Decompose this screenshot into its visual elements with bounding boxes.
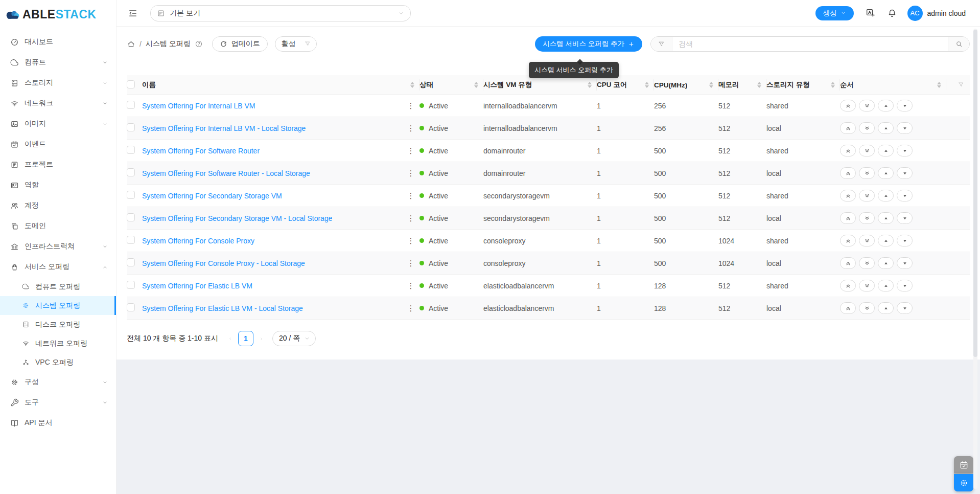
offering-link[interactable]: System Offering For Software Router - Lo… [142,169,310,177]
move-bottom-button[interactable] [859,167,875,179]
row-checkbox[interactable] [127,303,135,311]
sidebar-item-service-offerings[interactable]: 서비스 오퍼링 [0,257,116,277]
sidebar-item-events[interactable]: 이벤트 [0,134,116,154]
next-page-icon[interactable] [258,335,265,343]
row-checkbox[interactable] [127,236,135,244]
translate-button[interactable] [865,8,876,18]
sidebar-item-roles[interactable]: 역할 [0,175,116,195]
row-actions-button[interactable]: ⋮ [405,124,416,133]
user-name[interactable]: admin cloud [927,9,966,17]
sidebar-item-api-doc[interactable]: API 문서 [0,413,116,433]
move-up-button[interactable] [878,235,894,246]
move-up-button[interactable] [878,122,894,134]
scrollbar-thumb[interactable] [973,30,977,357]
row-checkbox[interactable] [127,146,135,154]
row-actions-button[interactable]: ⋮ [405,259,416,268]
row-actions-button[interactable]: ⋮ [405,191,416,200]
sidebar-item-domains[interactable]: 도메인 [0,216,116,236]
row-actions-button[interactable]: ⋮ [405,101,416,110]
sidebar-item-network-offerings[interactable]: 네트워크 오퍼링 [0,334,116,353]
offering-link[interactable]: System Offering For Console Proxy [142,237,254,245]
move-bottom-button[interactable] [859,235,875,246]
move-down-button[interactable] [897,235,913,246]
row-checkbox[interactable] [127,168,135,176]
sidebar-collapse-button[interactable] [128,8,138,18]
sidebar-item-network[interactable]: 네트워크 [0,93,116,114]
column-header-5[interactable]: 메모리 [718,75,766,95]
offering-link[interactable]: System Offering For Internal LB VM [142,102,255,110]
column-header-7[interactable]: 순서 [840,75,946,95]
move-top-button[interactable] [840,145,856,156]
select-all-checkbox[interactable] [127,80,135,88]
sidebar-item-storage[interactable]: 스토리지 [0,73,116,93]
row-actions-button[interactable]: ⋮ [405,281,416,290]
sidebar-item-dashboard[interactable]: 대시보드 [0,32,116,52]
sidebar-item-compute-offerings[interactable]: 컴퓨트 오퍼링 [0,277,116,296]
move-bottom-button[interactable] [859,280,875,291]
row-actions-button[interactable]: ⋮ [405,236,416,245]
status-filter-select[interactable]: 활성 [275,36,317,52]
move-top-button[interactable] [840,167,856,179]
search-input[interactable] [672,37,948,51]
brand-logo[interactable]: ABLESTACK [0,0,116,29]
move-up-button[interactable] [878,257,894,269]
move-up-button[interactable] [878,190,894,201]
help-icon[interactable] [195,40,203,48]
row-actions-button[interactable]: ⋮ [405,304,416,313]
move-down-button[interactable] [897,167,913,179]
move-down-button[interactable] [897,302,913,314]
move-bottom-button[interactable] [859,257,875,269]
move-down-button[interactable] [897,190,913,201]
move-down-button[interactable] [897,212,913,224]
move-top-button[interactable] [840,235,856,246]
row-actions-button[interactable]: ⋮ [405,214,416,223]
move-top-button[interactable] [840,190,856,201]
move-bottom-button[interactable] [859,212,875,224]
column-header-0[interactable]: 이름 [142,75,419,95]
offering-link[interactable]: System Offering For Secondary Storage VM… [142,214,332,222]
move-up-button[interactable] [878,100,894,111]
row-actions-button[interactable]: ⋮ [405,169,416,178]
row-checkbox[interactable] [127,213,135,221]
move-down-button[interactable] [897,100,913,111]
sidebar-item-configuration[interactable]: 구성 [0,372,116,392]
row-actions-button[interactable]: ⋮ [405,146,416,155]
move-top-button[interactable] [840,302,856,314]
offering-link[interactable]: System Offering For Console Proxy - Loca… [142,259,305,267]
offering-link[interactable]: System Offering For Elastic LB VM [142,282,252,290]
sidebar-item-disk-offerings[interactable]: 디스크 오퍼링 [0,315,116,334]
view-select[interactable]: 기본 보기 [150,5,411,21]
row-checkbox[interactable] [127,191,135,199]
move-up-button[interactable] [878,167,894,179]
move-top-button[interactable] [840,257,856,269]
move-up-button[interactable] [878,280,894,291]
prev-page-icon[interactable] [226,335,234,343]
notifications-button[interactable] [887,8,897,18]
sidebar-item-infrastructure[interactable]: 인프라스트럭쳐 [0,236,116,257]
settings-button[interactable] [954,474,973,491]
add-system-offering-button[interactable]: 시스템 서비스 오퍼링 추가 [535,36,642,52]
move-up-button[interactable] [878,145,894,156]
offering-link[interactable]: System Offering For Software Router [142,147,260,155]
move-down-button[interactable] [897,122,913,134]
move-top-button[interactable] [840,212,856,224]
offering-link[interactable]: System Offering For Secondary Storage VM [142,192,282,200]
move-up-button[interactable] [878,302,894,314]
sidebar-item-accounts[interactable]: 계정 [0,195,116,216]
move-down-button[interactable] [897,145,913,156]
create-button[interactable]: 생성 [815,6,854,20]
sidebar-item-images[interactable]: 이미지 [0,114,116,134]
move-top-button[interactable] [840,280,856,291]
move-bottom-button[interactable] [859,122,875,134]
move-bottom-button[interactable] [859,145,875,156]
row-checkbox[interactable] [127,258,135,266]
sidebar-item-compute[interactable]: 컴퓨트 [0,52,116,73]
move-up-button[interactable] [878,212,894,224]
event-log-button[interactable] [954,456,973,474]
avatar[interactable]: AC [907,6,923,21]
sidebar-item-vpc-offerings[interactable]: VPC 오퍼링 [0,353,116,372]
search-filter-toggle[interactable] [651,37,672,51]
move-down-button[interactable] [897,257,913,269]
move-top-button[interactable] [840,122,856,134]
offering-link[interactable]: System Offering For Elastic LB VM - Loca… [142,304,303,312]
